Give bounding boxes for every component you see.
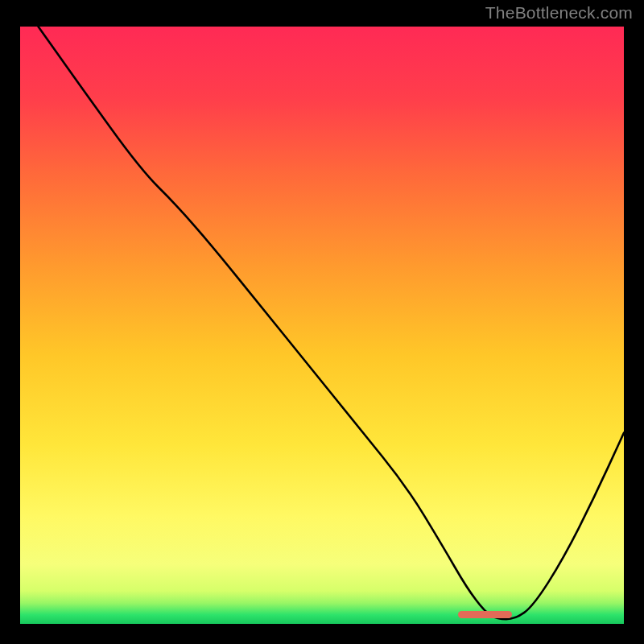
plot-frame	[18, 24, 626, 626]
watermark-text: TheBottleneck.com	[485, 3, 633, 23]
stage: TheBottleneck.com	[0, 0, 644, 644]
optimal-range-marker	[458, 611, 513, 618]
plot-area	[20, 27, 624, 624]
chart-svg	[20, 27, 624, 624]
gradient-background	[20, 27, 624, 624]
